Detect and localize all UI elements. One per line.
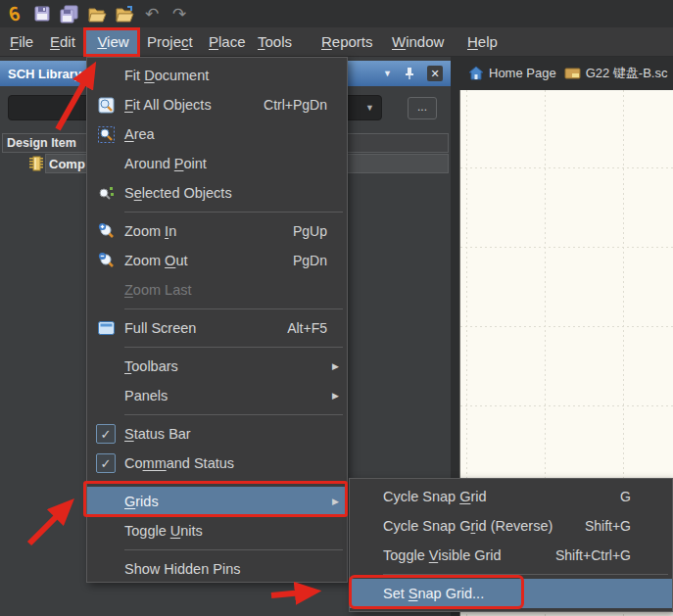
- panel-dropdown-icon[interactable]: ▼: [383, 69, 392, 78]
- menu-item-label: Grids: [124, 494, 159, 509]
- menu-item-label: Zoom Out: [124, 253, 187, 268]
- menu-item-cycle-snap-grid[interactable]: Cycle Snap GridG: [350, 482, 672, 511]
- menu-item-label: Zoom Last: [124, 282, 192, 298]
- grids-submenu-popup: Cycle Snap GridG Cycle Snap Grid (Revers…: [349, 478, 673, 612]
- menu-edit[interactable]: Edit: [46, 27, 79, 57]
- menu-item-selected-objects[interactable]: Selected Objects: [87, 178, 347, 208]
- menu-project[interactable]: Project: [143, 27, 197, 57]
- submenu-arrow-icon: ▶: [332, 391, 339, 401]
- menu-item-command-status[interactable]: ✓Command Status: [87, 449, 347, 478]
- menu-file[interactable]: File: [6, 27, 37, 57]
- menu-item-label: Toolbars: [124, 358, 178, 374]
- altium-designer-window: ∂ ↶ ↷ File Edit View Project Place Tools…: [0, 0, 673, 616]
- menu-item-around-point[interactable]: Around Point: [87, 149, 347, 178]
- menu-item-shortcut: Ctrl+PgDn: [264, 97, 347, 113]
- tab-schematic-document[interactable]: G22 键盘-B.sc: [564, 65, 668, 82]
- zoom-out-icon: [87, 252, 124, 270]
- menu-item-show-hidden-pins[interactable]: Show Hidden Pins: [87, 554, 347, 584]
- checkbox-checked-icon: ✓: [96, 453, 116, 473]
- menu-item-shortcut: G: [620, 489, 672, 504]
- document-tabbar: Home Page G22 键盘-B.sc: [451, 57, 673, 89]
- menu-separator: [124, 482, 343, 483]
- menu-item-label: Area: [124, 126, 155, 142]
- menu-item-zoom-last: Zoom Last: [87, 275, 347, 305]
- menu-item-label: Status Bar: [124, 426, 191, 442]
- menu-item-label: Fit All Objects: [124, 97, 212, 113]
- menu-item-label: Full Screen: [124, 320, 196, 336]
- menu-window[interactable]: Window: [388, 27, 448, 57]
- save-icon[interactable]: [31, 3, 53, 24]
- menu-separator: [383, 574, 668, 575]
- combobox-dropdown-icon[interactable]: ▼: [365, 103, 381, 113]
- fit-all-objects-icon: [87, 96, 124, 115]
- menu-item-set-snap-grid[interactable]: Set Snap Grid...: [350, 579, 672, 608]
- menu-separator: [124, 347, 343, 348]
- view-menu-popup: Fit Document Fit All ObjectsCtrl+PgDn Ar…: [86, 57, 348, 583]
- menu-item-label: Selected Objects: [124, 185, 232, 201]
- menu-item-zoom-out[interactable]: Zoom OutPgDn: [87, 246, 347, 275]
- panel-close-icon[interactable]: ✕: [427, 66, 443, 81]
- menu-item-shortcut: Shift+Ctrl+G: [555, 547, 672, 563]
- menu-item-label: Around Point: [124, 156, 207, 171]
- component-chip-icon: [27, 155, 45, 172]
- menu-item-toggle-units[interactable]: Toggle Units: [87, 516, 347, 545]
- menu-place[interactable]: Place: [205, 27, 250, 57]
- zoom-selected-icon: [87, 184, 124, 203]
- quick-access-toolbar: ∂ ↶ ↷: [0, 0, 673, 27]
- menu-item-label: Cycle Snap Grid: [383, 489, 487, 504]
- open-document-icon[interactable]: [114, 3, 135, 24]
- menu-item-cycle-snap-grid-reverse[interactable]: Cycle Snap Grid (Reverse)Shift+G: [350, 511, 672, 541]
- menu-item-grids[interactable]: Grids▶: [87, 487, 347, 516]
- menu-item-label: Cycle Snap Grid (Reverse): [383, 518, 553, 534]
- undo-icon[interactable]: ↶: [141, 3, 163, 24]
- menu-view[interactable]: View: [86, 27, 140, 57]
- more-options-button[interactable]: ...: [408, 97, 437, 119]
- menu-item-shortcut: Shift+G: [585, 518, 672, 534]
- menu-item-full-screen[interactable]: Full ScreenAlt+F5: [87, 313, 347, 343]
- home-icon: [468, 66, 484, 80]
- altium-logo-icon[interactable]: ∂: [4, 3, 25, 24]
- menu-item-fit-document[interactable]: Fit Document: [87, 61, 347, 90]
- menu-item-label: Command Status: [124, 455, 234, 471]
- menu-item-label: Show Hidden Pins: [124, 561, 241, 577]
- menu-item-label: Panels: [124, 388, 168, 403]
- menu-item-fit-all-objects[interactable]: Fit All ObjectsCtrl+PgDn: [87, 90, 347, 119]
- menu-separator: [124, 549, 343, 550]
- open-icon[interactable]: [86, 3, 108, 24]
- zoom-area-icon: [87, 125, 124, 144]
- menu-item-label: Toggle Visible Grid: [383, 547, 502, 563]
- menu-help[interactable]: Help: [463, 27, 502, 57]
- menu-separator: [124, 414, 343, 415]
- full-screen-icon: [87, 320, 124, 336]
- menu-item-panels[interactable]: Panels▶: [87, 381, 347, 410]
- submenu-arrow-icon: ▶: [332, 497, 339, 506]
- menu-item-toggle-visible-grid[interactable]: Toggle Visible GridShift+Ctrl+G: [350, 541, 672, 570]
- menu-separator: [124, 212, 343, 213]
- menu-separator: [124, 308, 343, 309]
- submenu-arrow-icon: ▶: [332, 361, 339, 371]
- menu-item-zoom-in[interactable]: Zoom InPgUp: [87, 216, 347, 246]
- menu-tools[interactable]: Tools: [254, 27, 296, 57]
- panel-title: SCH Library: [8, 67, 81, 81]
- menubar: File Edit View Project Place Tools Repor…: [0, 27, 673, 57]
- menu-item-area[interactable]: Area: [87, 119, 347, 149]
- menu-item-toolbars[interactable]: Toolbars▶: [87, 352, 347, 381]
- schematic-document-icon: [564, 67, 581, 80]
- menu-item-label: Zoom In: [124, 223, 176, 239]
- menu-item-status-bar[interactable]: ✓Status Bar: [87, 419, 347, 449]
- tab-home-page[interactable]: Home Page: [468, 66, 556, 80]
- menu-item-label: Toggle Units: [124, 523, 203, 539]
- panel-pin-icon[interactable]: [404, 67, 415, 80]
- zoom-in-icon: [87, 222, 124, 241]
- redo-icon[interactable]: ↷: [168, 3, 190, 24]
- menu-reports[interactable]: Reports: [317, 27, 377, 57]
- menu-item-label: Set Snap Grid...: [383, 586, 484, 601]
- menu-item-label: Fit Document: [124, 68, 209, 83]
- save-all-icon[interactable]: [59, 3, 80, 24]
- checkbox-checked-icon: ✓: [96, 424, 116, 444]
